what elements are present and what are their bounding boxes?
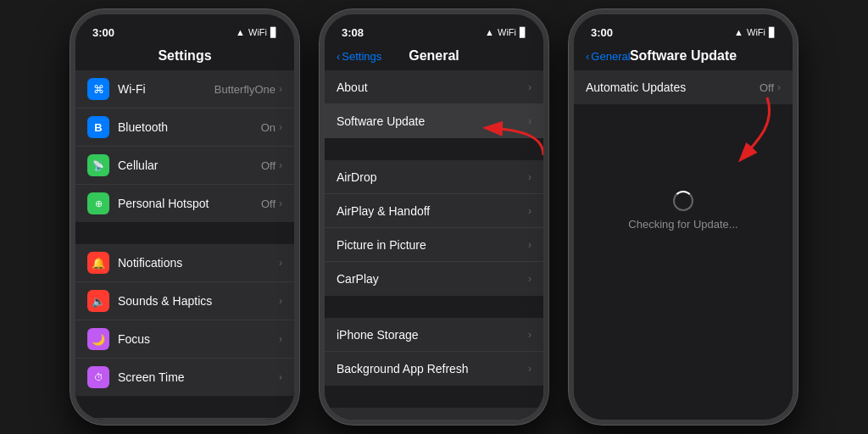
- settings-group-network: ⌘ Wi-Fi ButterflyOne › B Bluetooth On › …: [75, 70, 294, 222]
- wifi-icon: ⌘: [87, 78, 109, 100]
- time-3: 3:00: [591, 26, 613, 39]
- phone-2: 3:08 ▲ WiFi ▊ ‹ Settings General About: [320, 9, 548, 425]
- general-item[interactable]: ⚙ General ›: [75, 418, 294, 420]
- battery-icon-3: ▊: [769, 27, 776, 38]
- wifi-item[interactable]: ⌘ Wi-Fi ButterflyOne ›: [75, 70, 294, 108]
- general-group-2: AirDrop › AirPlay & Handoff › Picture in…: [325, 160, 543, 296]
- phone-1-wrapper: 3:00 ▲ WiFi ▊ Settings ⌘ Wi-Fi Butterfly…: [70, 9, 299, 425]
- notifications-label: Notifications: [118, 256, 279, 270]
- iphone-storage-label: iPhone Storage: [337, 328, 528, 342]
- airplay-item[interactable]: AirPlay & Handoff ›: [325, 194, 543, 228]
- hotspot-label: Personal Hotspot: [118, 197, 261, 210]
- iphone-storage-chevron: ›: [528, 329, 531, 341]
- pip-chevron: ›: [528, 239, 531, 251]
- cellular-item[interactable]: 📡 Cellular Off ›: [75, 147, 294, 185]
- bg-refresh-item[interactable]: Background App Refresh ›: [325, 352, 543, 386]
- phone-3-wrapper: 3:00 ▲ WiFi ▊ ‹ General Software Update …: [569, 9, 798, 425]
- general-group-1: About › Software Update ›: [325, 70, 543, 138]
- carplay-label: CarPlay: [337, 272, 528, 286]
- status-bar-3: 3:00 ▲ WiFi ▊: [574, 14, 793, 45]
- airdrop-label: AirDrop: [337, 170, 528, 184]
- status-icons-3: ▲ WiFi ▊: [734, 27, 776, 38]
- notifications-icon: 🔔: [87, 252, 109, 274]
- bluetooth-icon: B: [87, 116, 109, 138]
- software-update-item[interactable]: Software Update ›: [325, 104, 543, 138]
- battery-icon-1: ▊: [270, 27, 277, 38]
- bluetooth-label: Bluetooth: [118, 120, 261, 134]
- wifi-label: Wi-Fi: [118, 82, 214, 96]
- carplay-chevron: ›: [528, 273, 531, 285]
- back-button-3[interactable]: ‹ General: [586, 50, 631, 63]
- back-label-2: Settings: [342, 50, 381, 63]
- checking-section: Checking for Update...: [574, 106, 793, 231]
- about-label: About: [337, 81, 528, 94]
- auto-updates-value: Off: [760, 81, 774, 94]
- wifi-chevron: ›: [279, 83, 282, 95]
- notifications-chevron: ›: [279, 257, 282, 269]
- nav-title-2: General: [409, 48, 459, 64]
- sounds-item[interactable]: 🔈 Sounds & Haptics ›: [75, 282, 294, 320]
- settings-group-system: ⚙ General › ⊞ Control Center › ☀ Display…: [75, 418, 294, 420]
- nav-title-1: Settings: [158, 48, 211, 64]
- general-group-4: Date & Time › Keyboard › Fonts › Languag…: [325, 408, 543, 420]
- sounds-chevron: ›: [279, 295, 282, 307]
- wifi-icon-2: WiFi: [498, 27, 516, 37]
- pip-item[interactable]: Picture in Picture ›: [325, 228, 543, 262]
- cellular-value: Off: [261, 159, 275, 172]
- gap-5: [325, 387, 543, 408]
- iphone-storage-item[interactable]: iPhone Storage ›: [325, 318, 543, 352]
- back-chevron-3: ‹: [586, 50, 589, 63]
- bluetooth-value: On: [261, 121, 275, 134]
- signal-icon-3: ▲: [734, 27, 743, 37]
- wifi-value: ButterflyOne: [214, 83, 275, 96]
- checking-text: Checking for Update...: [628, 218, 737, 231]
- time-2: 3:08: [342, 26, 364, 39]
- nav-bar-1: Settings: [75, 45, 294, 70]
- hotspot-chevron: ›: [279, 198, 282, 209]
- nav-bar-2: ‹ Settings General: [325, 45, 543, 70]
- gap-2: [75, 398, 294, 418]
- software-update-label: Software Update: [337, 114, 528, 128]
- bg-refresh-chevron: ›: [528, 363, 531, 375]
- airdrop-item[interactable]: AirDrop ›: [325, 160, 543, 194]
- time-1: 3:00: [92, 26, 114, 39]
- wifi-icon-1: WiFi: [248, 27, 267, 37]
- bg-refresh-label: Background App Refresh: [337, 362, 528, 376]
- airdrop-chevron: ›: [528, 171, 531, 183]
- carplay-item[interactable]: CarPlay ›: [325, 262, 543, 296]
- about-item[interactable]: About ›: [325, 70, 543, 104]
- gap-3: [325, 140, 543, 160]
- bluetooth-chevron: ›: [279, 121, 282, 133]
- hotspot-value: Off: [261, 198, 275, 210]
- phone-3-screen: 3:00 ▲ WiFi ▊ ‹ General Software Update …: [574, 14, 793, 420]
- focus-chevron: ›: [279, 333, 282, 345]
- bluetooth-item[interactable]: B Bluetooth On ›: [75, 108, 294, 147]
- cellular-label: Cellular: [118, 159, 261, 172]
- date-time-item[interactable]: Date & Time ›: [325, 408, 543, 420]
- sounds-label: Sounds & Haptics: [118, 294, 279, 308]
- focus-item[interactable]: 🌙 Focus ›: [75, 320, 294, 359]
- back-chevron-2: ‹: [337, 50, 340, 63]
- auto-updates-chevron: ›: [777, 81, 781, 93]
- auto-updates-label: Automatic Updates: [586, 81, 760, 94]
- gap-4: [325, 298, 543, 318]
- screentime-chevron: ›: [279, 371, 282, 383]
- nav-title-3: Software Update: [630, 48, 737, 64]
- status-icons-1: ▲ WiFi ▊: [236, 27, 277, 38]
- sounds-icon: 🔈: [87, 290, 109, 312]
- phone-1-screen: 3:00 ▲ WiFi ▊ Settings ⌘ Wi-Fi Butterfly…: [75, 14, 294, 420]
- status-bar-2: 3:08 ▲ WiFi ▊: [325, 14, 543, 45]
- hotspot-item[interactable]: ⊕ Personal Hotspot Off ›: [75, 185, 294, 222]
- update-spinner: [673, 191, 693, 211]
- about-chevron: ›: [528, 81, 531, 93]
- phone-1: 3:00 ▲ WiFi ▊ Settings ⌘ Wi-Fi Butterfly…: [70, 9, 299, 425]
- auto-updates-item[interactable]: Automatic Updates Off ›: [574, 70, 793, 104]
- date-time-label: Date & Time: [337, 418, 528, 420]
- battery-icon-2: ▊: [520, 27, 526, 38]
- phone-2-screen: 3:08 ▲ WiFi ▊ ‹ Settings General About: [325, 14, 543, 420]
- screentime-icon: ⏱: [87, 366, 109, 388]
- date-time-chevron: ›: [528, 419, 531, 420]
- screentime-item[interactable]: ⏱ Screen Time ›: [75, 359, 294, 396]
- notifications-item[interactable]: 🔔 Notifications ›: [75, 244, 294, 282]
- back-button-2[interactable]: ‹ Settings: [337, 50, 381, 63]
